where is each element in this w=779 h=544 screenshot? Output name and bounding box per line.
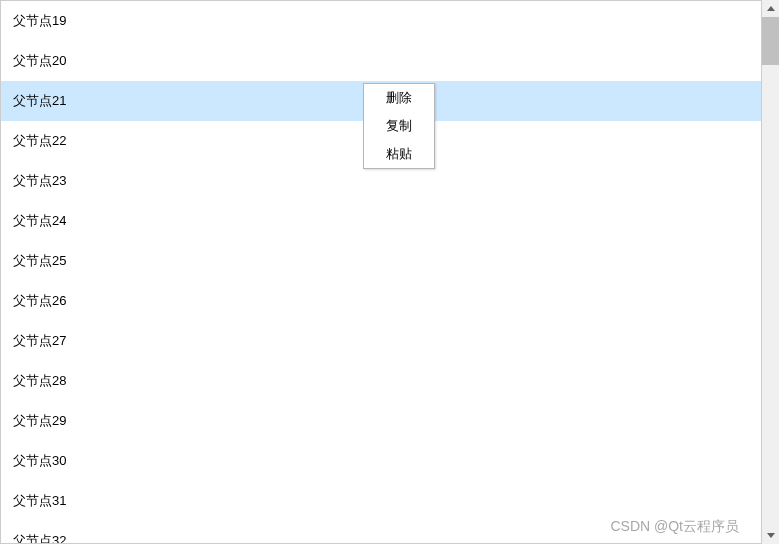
tree-container: 父节点19 父节点20 父节点21 父节点22 父节点23 父节点24 父节点2… <box>0 0 762 544</box>
scrollbar-arrow-up-icon[interactable] <box>762 0 779 17</box>
tree-item[interactable]: 父节点25 <box>1 241 761 281</box>
context-menu-copy[interactable]: 复制 <box>364 112 434 140</box>
scrollbar-track[interactable] <box>762 0 779 544</box>
context-menu-paste[interactable]: 粘贴 <box>364 140 434 168</box>
tree-item[interactable]: 父节点32 <box>1 521 761 543</box>
context-menu: 删除 复制 粘贴 <box>363 83 435 169</box>
tree-item[interactable]: 父节点31 <box>1 481 761 521</box>
context-menu-delete[interactable]: 删除 <box>364 84 434 112</box>
tree-item[interactable]: 父节点28 <box>1 361 761 401</box>
tree-item[interactable]: 父节点27 <box>1 321 761 361</box>
scrollbar-thumb[interactable] <box>762 17 779 65</box>
scrollbar-arrow-down-icon[interactable] <box>762 527 779 544</box>
tree-item[interactable]: 父节点26 <box>1 281 761 321</box>
tree-item[interactable]: 父节点29 <box>1 401 761 441</box>
tree-item[interactable]: 父节点30 <box>1 441 761 481</box>
tree-item[interactable]: 父节点24 <box>1 201 761 241</box>
tree-item[interactable]: 父节点19 <box>1 1 761 41</box>
tree-item[interactable]: 父节点20 <box>1 41 761 81</box>
